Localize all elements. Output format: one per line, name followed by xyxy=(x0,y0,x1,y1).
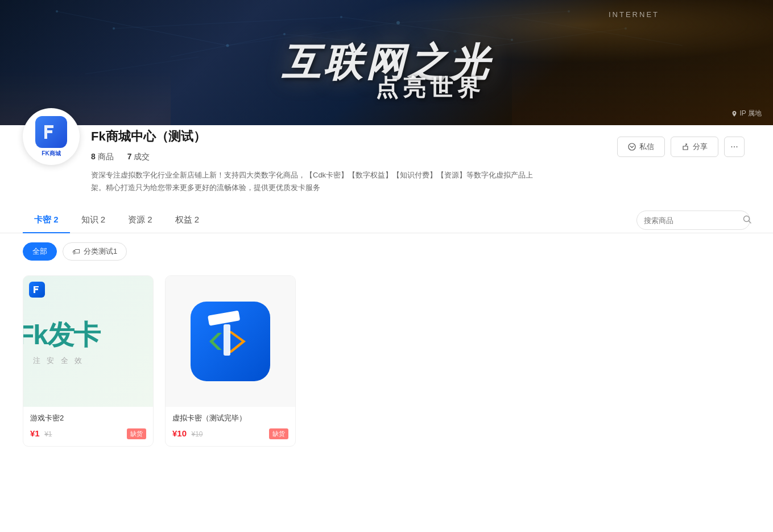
search-bar[interactable] xyxy=(636,211,750,230)
tab-resource[interactable]: 资源 2 xyxy=(117,208,164,233)
product-price-row-1: ¥1 ¥1 缺货 xyxy=(30,428,146,439)
tab-items: 卡密 2 知识 2 资源 2 权益 2 xyxy=(23,208,636,233)
svg-point-24 xyxy=(629,143,635,150)
more-button[interactable]: ··· xyxy=(724,137,745,157)
message-button[interactable]: 私信 xyxy=(617,137,665,157)
product-body-1: 游戏卡密2 ¥1 ¥1 缺货 xyxy=(23,407,153,446)
store-stats: 8 商品 7 成交 xyxy=(91,152,617,162)
share-button[interactable]: 分享 xyxy=(671,137,718,157)
product-name-1: 游戏卡密2 xyxy=(30,413,146,424)
product-image-2 xyxy=(166,276,295,407)
product-card[interactable]: Fk发卡 注 安 全 效 游戏卡密2 ¥1 ¥1 xyxy=(23,275,154,447)
search-input[interactable] xyxy=(644,216,739,225)
transactions-stat: 7 成交 xyxy=(127,152,150,162)
filter-row: 全部 🏷 分类测试1 xyxy=(0,233,773,270)
fk-app-icon xyxy=(191,302,270,381)
product-card[interactable]: 虚拟卡密（测试完毕） ¥10 ¥10 缺货 xyxy=(165,275,296,447)
store-title: Fk商城中心（测试） xyxy=(91,128,617,145)
profile-section: FK商城 Fk商城中心（测试） 8 商品 7 成交 资深专注虚拟数字化行业全新店… xyxy=(0,108,773,194)
tab-rights[interactable]: 权益 2 xyxy=(164,208,211,233)
product-name-2: 虚拟卡密（测试完毕） xyxy=(172,413,288,424)
tab-card[interactable]: 卡密 2 xyxy=(23,208,70,233)
avatar-label: FK商城 xyxy=(42,150,60,158)
store-avatar: FK商城 xyxy=(23,108,80,165)
profile-info: Fk商城中心（测试） 8 商品 7 成交 资深专注虚拟数字化行业全新店铺上新！支… xyxy=(80,108,617,194)
product-out-badge-2: 缺货 xyxy=(269,428,288,439)
product-price-current-2: ¥10 xyxy=(172,428,187,438)
svg-line-26 xyxy=(749,221,751,224)
product-price-original-1: ¥1 xyxy=(44,430,52,438)
product-price-current-1: ¥1 xyxy=(30,428,40,438)
search-icon[interactable] xyxy=(743,215,751,225)
svg-point-25 xyxy=(744,216,750,222)
product-price-original-2: ¥10 xyxy=(191,430,202,438)
store-banner: INTERNET 互联网之光 点亮世界 IP 属地 xyxy=(0,0,773,125)
banner-internet-label: INTERNET xyxy=(609,10,659,19)
svg-rect-28 xyxy=(224,324,230,356)
svg-rect-27 xyxy=(208,311,240,326)
tabs-bar: 卡密 2 知识 2 资源 2 权益 2 xyxy=(0,208,773,233)
filter-cat1[interactable]: 🏷 分类测试1 xyxy=(63,242,127,261)
product-image-1: Fk发卡 注 安 全 效 xyxy=(23,276,153,407)
product-grid: Fk发卡 注 安 全 效 游戏卡密2 ¥1 ¥1 xyxy=(0,270,773,469)
store-description: 资深专注虚拟数字化行业全新店铺上新！支持四大类数字化商品，【Cdk卡密】【数字权… xyxy=(91,169,535,194)
product-body-2: 虚拟卡密（测试完毕） ¥10 ¥10 缺货 xyxy=(166,407,295,446)
banner-sub-text: 点亮世界 xyxy=(375,72,485,104)
filter-all[interactable]: 全部 xyxy=(23,242,57,261)
product-out-badge-1: 缺货 xyxy=(127,428,146,439)
product-price-row-2: ¥10 ¥10 缺货 xyxy=(172,428,288,439)
page-wrapper: INTERNET 互联网之光 点亮世界 IP 属地 xyxy=(0,0,773,532)
products-stat: 8 商品 xyxy=(91,152,114,162)
profile-actions: 私信 分享 ··· xyxy=(617,108,750,157)
tab-knowledge[interactable]: 知识 2 xyxy=(70,208,117,233)
